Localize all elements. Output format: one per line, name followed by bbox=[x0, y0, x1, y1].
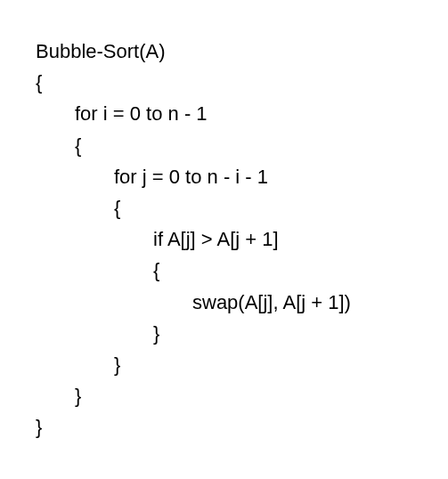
code-line: } bbox=[36, 318, 412, 349]
code-line: swap(A[j], A[j + 1]) bbox=[36, 287, 412, 318]
code-line: } bbox=[36, 411, 412, 442]
code-line: { bbox=[36, 192, 412, 223]
code-line: { bbox=[36, 67, 412, 98]
code-line: { bbox=[36, 130, 412, 161]
code-line: } bbox=[36, 349, 412, 380]
code-line: for j = 0 to n - i - 1 bbox=[36, 161, 412, 192]
code-line: if A[j] > A[j + 1] bbox=[36, 223, 412, 255]
code-line: { bbox=[36, 255, 412, 286]
code-line: Bubble-Sort(A) bbox=[36, 36, 412, 67]
code-line: } bbox=[36, 380, 412, 411]
pseudocode-block: Bubble-Sort(A) { for i = 0 to n - 1 { fo… bbox=[36, 36, 412, 442]
code-line: for i = 0 to n - 1 bbox=[36, 98, 412, 129]
